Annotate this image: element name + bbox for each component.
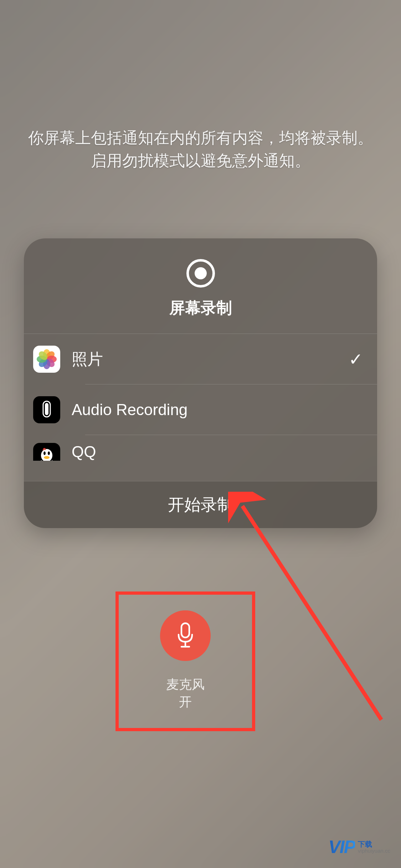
option-row-audio-recording[interactable]: Audio Recording — [24, 384, 377, 435]
svg-point-3 — [43, 451, 46, 455]
audio-recording-app-icon — [33, 396, 60, 423]
microphone-annotation-box: 麦克风开 — [115, 591, 255, 731]
svg-rect-9 — [181, 623, 189, 637]
checkmark-icon: ✓ — [349, 349, 363, 369]
photos-app-icon — [33, 346, 60, 373]
watermark-cn-text: 下载 — [358, 840, 390, 848]
start-recording-button[interactable]: 开始录制 — [24, 481, 377, 528]
watermark-url: viphuiyuan.cc — [358, 848, 390, 854]
watermark: VIP 下载 viphuiyuan.cc — [329, 837, 390, 857]
svg-point-4 — [48, 451, 50, 455]
option-row-photos[interactable]: 照片 ✓ — [24, 334, 377, 384]
card-header: 屏幕录制 — [24, 238, 377, 334]
record-icon — [186, 259, 215, 288]
microphone-icon — [175, 622, 196, 650]
option-label: 照片 — [72, 349, 337, 370]
microphone-toggle-button[interactable] — [160, 610, 211, 661]
card-title: 屏幕录制 — [169, 298, 232, 319]
svg-point-2 — [41, 449, 52, 461]
option-label: QQ — [72, 443, 363, 461]
watermark-logo: VIP — [329, 837, 355, 857]
warning-text: 你屏幕上包括通知在内的所有内容，均将被录制。启用勿扰模式以避免意外通知。 — [24, 126, 377, 172]
microphone-status-label: 麦克风开 — [166, 676, 205, 711]
option-label: Audio Recording — [72, 401, 363, 419]
screen-recording-card: 屏幕录制 照片 ✓ — [24, 238, 377, 528]
qq-app-icon — [33, 443, 60, 461]
option-row-qq[interactable]: QQ — [24, 435, 377, 461]
svg-rect-1 — [45, 403, 48, 415]
destination-option-list: 照片 ✓ Audio Recording — [24, 334, 377, 461]
svg-point-5 — [44, 456, 50, 459]
